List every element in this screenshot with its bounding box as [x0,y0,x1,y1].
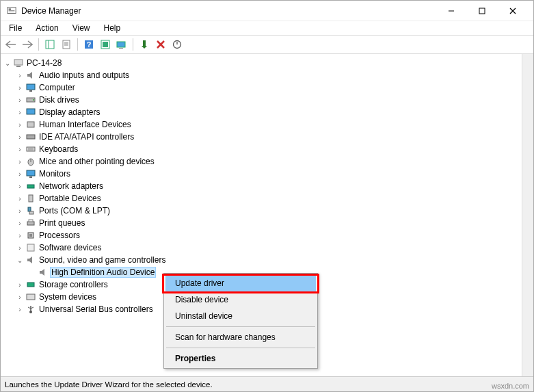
svg-rect-3 [9,11,15,12]
tree-item-ide[interactable]: ›IDE ATA/ATAPI controllers [14,131,532,143]
tree-item-label: Disk drives [38,95,81,105]
tree-item-label: Keyboards [38,144,79,154]
expand-icon[interactable]: › [16,293,24,301]
ports-icon [25,205,36,216]
disable-button[interactable] [170,37,185,52]
collapse-icon[interactable]: ⌄ [16,256,24,264]
expand-icon[interactable]: › [16,83,24,92]
tree-item-label: Portable Devices [38,194,103,203]
speaker-icon [25,70,36,81]
expand-icon[interactable]: › [16,305,24,313]
svg-rect-41 [29,195,33,202]
tree-item-disk[interactable]: ›Disk drives [14,94,532,106]
monitor-icon [25,168,36,179]
close-button[interactable] [497,1,528,21]
expand-icon[interactable]: › [16,219,24,227]
expand-icon[interactable]: › [16,157,24,166]
svg-rect-32 [27,135,35,139]
tree-item-mice[interactable]: ›Mice and other pointing devices [14,155,532,168]
expand-icon[interactable]: › [16,108,24,116]
expand-icon[interactable]: › [16,170,24,178]
expand-icon[interactable]: › [16,96,24,104]
tree-item-label: Software devices [38,243,103,252]
menu-disable-device[interactable]: Disable device [165,291,316,308]
software-icon [25,242,36,253]
properties-button[interactable] [59,37,74,52]
action-button[interactable] [98,37,113,52]
menu-scan-hardware[interactable]: Scan for hardware changes [165,329,316,345]
scan-hardware-button[interactable] [114,37,129,52]
minimize-button[interactable] [436,1,466,21]
back-button[interactable] [3,37,18,52]
expand-icon[interactable]: › [16,145,24,153]
tree-item-label: Storage controllers [38,280,109,289]
tree-item-computer[interactable]: ›Computer [14,81,532,94]
menubar: File Action View Help [1,21,533,35]
tree-item-hid[interactable]: ›Human Interface Devices [14,118,532,131]
tree-item-label: Human Interface Devices [38,120,133,129]
tree-item-portable[interactable]: ›Portable Devices [14,192,532,205]
svg-rect-26 [27,84,35,90]
tree-item-keyboards[interactable]: ›Keyboards [14,143,532,155]
menu-separator [166,326,315,327]
system-icon [25,291,36,302]
expand-icon[interactable]: › [16,120,24,129]
menu-help[interactable]: Help [98,23,126,34]
expand-icon[interactable]: › [16,194,24,202]
tree-item-label: Processors [38,231,81,240]
collapse-icon[interactable]: ⌄ [3,59,12,67]
scrollbar-vertical[interactable] [522,54,533,376]
titlebar: Device Manager [1,1,533,21]
disk-icon [25,94,36,105]
menu-action[interactable]: Action [30,23,64,34]
menu-uninstall-device[interactable]: Uninstall device [165,308,316,324]
tree-item-print[interactable]: ›Print queues [14,217,532,229]
tree-item-ports[interactable]: ›Ports (COM & LPT) [14,205,532,217]
tree-item-label: Network adapters [38,181,105,191]
expand-icon[interactable]: › [16,133,24,141]
menu-file[interactable]: File [3,23,27,34]
menu-update-driver[interactable]: Update driver [165,275,316,291]
menu-view[interactable]: View [67,23,96,34]
expand-icon[interactable]: › [16,71,24,79]
tree-item-processors[interactable]: ›Processors [14,229,532,241]
help-button[interactable]: ? [81,37,96,52]
svg-text:?: ? [87,40,92,49]
update-driver-button[interactable] [137,37,152,52]
forward-button[interactable] [20,37,35,52]
expand-icon[interactable]: › [16,280,24,289]
toolbar-sep [77,38,78,51]
svg-rect-8 [46,40,54,49]
tree-item-label: Display adapters [38,107,101,117]
svg-rect-10 [63,40,70,49]
svg-rect-19 [119,48,123,49]
svg-rect-45 [29,220,33,222]
uninstall-button[interactable] [153,37,168,52]
svg-rect-1 [9,8,12,10]
tree-item-display[interactable]: ›Display adapters [14,106,532,118]
tree-root-label: PC-14-28 [25,58,63,68]
expand-icon[interactable]: › [16,182,24,190]
app-icon [6,5,17,16]
svg-rect-38 [27,170,35,176]
expand-icon[interactable]: › [16,207,24,215]
tree-item-sound[interactable]: ⌄Sound, video and game controllers [14,254,532,266]
svg-rect-33 [27,147,35,151]
svg-point-29 [33,99,34,101]
tree-item-network[interactable]: ›Network adapters [14,180,532,192]
toolbar-sep [38,38,39,51]
toolbar-sep [133,38,133,51]
tree-item-label: IDE ATA/ATAPI controllers [38,132,135,142]
mouse-icon [25,156,36,167]
tree-item-label: Audio inputs and outputs [38,70,131,80]
menu-separator [166,348,315,348]
expand-icon[interactable]: › [16,244,24,252]
tree-item-software[interactable]: ›Software devices [14,241,532,254]
menu-properties[interactable]: Properties [165,350,316,367]
tree-item-audio[interactable]: ›Audio inputs and outputs [14,69,532,81]
show-hide-console-button[interactable] [42,37,57,52]
tree-item-monitors[interactable]: ›Monitors [14,168,532,180]
tree-root[interactable]: ⌄ PC-14-28 [2,57,532,69]
maximize-button[interactable] [466,1,497,21]
expand-icon[interactable]: › [16,231,24,239]
